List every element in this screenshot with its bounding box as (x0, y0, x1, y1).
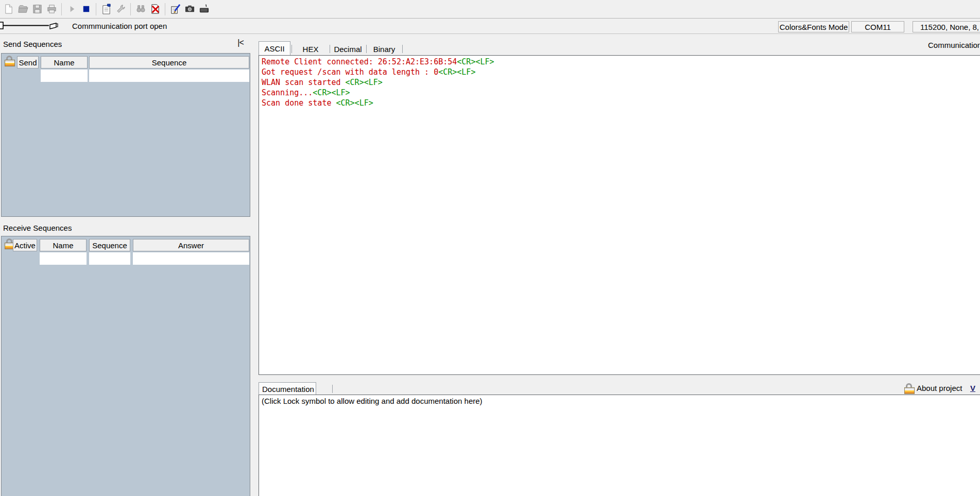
tab-separator (291, 45, 292, 53)
stop-communication-button[interactable] (79, 2, 93, 16)
send-lock-icon[interactable] (5, 56, 15, 67)
project-settings-icon (101, 4, 112, 14)
tab-separator (402, 45, 403, 53)
open-project-button[interactable] (15, 2, 30, 16)
receive-row-answer-cell[interactable] (133, 252, 249, 265)
print-button[interactable] (44, 2, 59, 16)
colors-fonts-mode-box[interactable]: Colors&Fonts Mode (778, 21, 849, 32)
comm-line: Scan done state <CR><LF> (262, 98, 977, 108)
toolbar-separator (130, 3, 131, 15)
tab-separator (332, 385, 333, 393)
tab-ascii[interactable]: ASCII (259, 41, 290, 55)
comm-line: Scanning...<CR><LF> (262, 88, 977, 98)
find-button[interactable] (133, 2, 148, 16)
comm-line: Remote Client connected: 26:52:A2:E3:6B:… (262, 57, 977, 67)
send-sequences-title: Send Sequences (3, 40, 62, 48)
edit-notes-button[interactable] (168, 2, 182, 16)
send-row-name-cell[interactable] (41, 70, 88, 82)
clear-communication-button[interactable] (148, 2, 162, 16)
tab-hex[interactable]: HEX (291, 43, 330, 55)
new-file-icon (3, 4, 14, 14)
project-settings-button[interactable] (99, 2, 113, 16)
send-row-sequence-cell[interactable] (89, 70, 249, 82)
binoculars-icon (135, 4, 146, 14)
receive-row-name-cell[interactable] (40, 252, 87, 265)
tab-binary[interactable]: Binary (366, 43, 402, 55)
collapse-panel-button[interactable]: |< (233, 38, 248, 48)
keyboard-icon (199, 4, 210, 14)
com-port-box[interactable]: COM11 (851, 21, 904, 32)
toolbar-separator (61, 3, 62, 15)
documentation-lock-icon[interactable] (904, 383, 915, 395)
connection-status-icon (0, 21, 67, 30)
documentation-placeholder: (Click Lock symbol to allow editing and … (262, 397, 483, 405)
port-settings-box[interactable]: 115200, None, 8, 1 (913, 21, 980, 32)
about-project-label[interactable]: About project (917, 384, 962, 392)
snapshot-button[interactable] (182, 2, 197, 16)
tab-separator (330, 45, 330, 53)
clear-red-x-icon (150, 4, 161, 14)
sequence-column-header[interactable]: Sequence (89, 56, 249, 69)
new-file-button[interactable] (1, 2, 15, 16)
documentation-text-area[interactable]: (Click Lock symbol to allow editing and … (259, 395, 980, 496)
communication-log-area[interactable]: Remote Client connected: 26:52:A2:E3:6B:… (259, 55, 980, 375)
keyboard-console-button[interactable] (197, 2, 211, 16)
tab-decimal[interactable]: Decimal (330, 43, 366, 55)
save-icon (32, 4, 43, 14)
receive-row-sequence-cell[interactable] (89, 252, 130, 265)
edit-pen-icon (170, 4, 181, 14)
toolbar-separator (96, 3, 96, 15)
clipped-link[interactable]: V (970, 384, 975, 392)
open-folder-icon (18, 4, 28, 14)
tab-documentation[interactable]: Documentation (259, 382, 316, 395)
send-column-header[interactable]: Send (17, 56, 39, 69)
sequence-column-header[interactable]: Sequence (89, 239, 130, 251)
stop-square-icon (81, 4, 92, 14)
name-column-header[interactable]: Name (40, 239, 87, 251)
start-communication-button[interactable] (64, 2, 79, 16)
wrench-icon (115, 4, 126, 14)
receive-sequences-panel: Active Name Sequence Answer (1, 236, 250, 496)
toolbar (0, 0, 980, 19)
send-sequences-panel: Send Name Sequence (1, 53, 250, 217)
print-icon (46, 4, 57, 14)
comm-line: Got request /scan with data length : 0<C… (262, 67, 977, 77)
connection-status-text: Commmunication port open (72, 22, 167, 30)
save-button[interactable] (30, 2, 44, 16)
comm-line: WLAN scan started <CR><LF> (262, 77, 977, 88)
receive-sequences-title: Receive Sequences (3, 224, 72, 232)
options-button[interactable] (113, 2, 128, 16)
tab-separator (366, 45, 367, 53)
answer-column-header[interactable]: Answer (133, 239, 249, 251)
toolbar-separator (165, 3, 165, 15)
name-column-header[interactable]: Name (41, 56, 88, 69)
start-play-icon (66, 4, 77, 14)
camera-icon (184, 4, 195, 14)
active-column-header[interactable]: Active (13, 239, 37, 251)
communication-panel-label: Communication (928, 41, 980, 49)
